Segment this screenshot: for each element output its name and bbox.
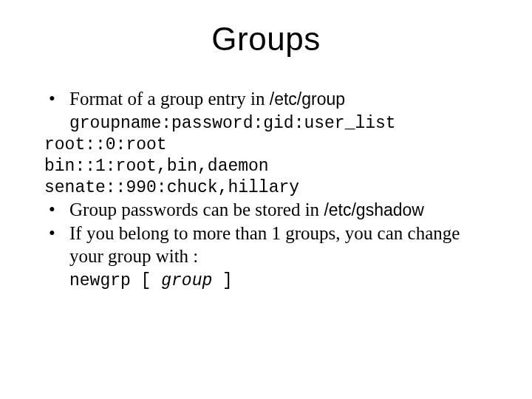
example-bin: bin::1:root,bin,daemon xyxy=(44,156,488,177)
format-syntax: groupname:password:gid:user_list xyxy=(69,114,396,133)
bullet-newgrp: If you belong to more than 1 groups, you… xyxy=(44,222,488,268)
example-lines: root::0:root bin::1:root,bin,daemon sena… xyxy=(44,134,488,198)
slide-title: Groups xyxy=(44,21,488,58)
newgrp-end: ] xyxy=(212,271,233,290)
example-root: root::0:root xyxy=(44,134,488,156)
bullet-format: Format of a group entry in /etc/group xyxy=(44,87,488,110)
slide: Groups Format of a group entry in /etc/g… xyxy=(0,0,532,399)
newgrp-syntax-line: newgrp [ group ] xyxy=(44,267,488,292)
format-syntax-line: groupname:password:gid:user_list xyxy=(44,110,488,134)
bullet-gshadow-text: Group passwords can be stored in xyxy=(69,200,324,219)
path-etc-group: /etc/group xyxy=(270,89,345,109)
bullet-format-text: Format of a group entry in xyxy=(69,89,270,109)
newgrp-arg: group xyxy=(161,271,212,290)
slide-body: Format of a group entry in /etc/group gr… xyxy=(44,87,488,292)
example-senate: senate::990:chuck,hillary xyxy=(44,177,488,199)
path-etc-gshadow: /etc/gshadow xyxy=(324,200,424,219)
bullet-gshadow: Group passwords can be stored in /etc/gs… xyxy=(44,198,488,221)
bullet-newgrp-text: If you belong to more than 1 groups, you… xyxy=(69,223,460,266)
newgrp-cmd: newgrp [ xyxy=(69,271,161,290)
